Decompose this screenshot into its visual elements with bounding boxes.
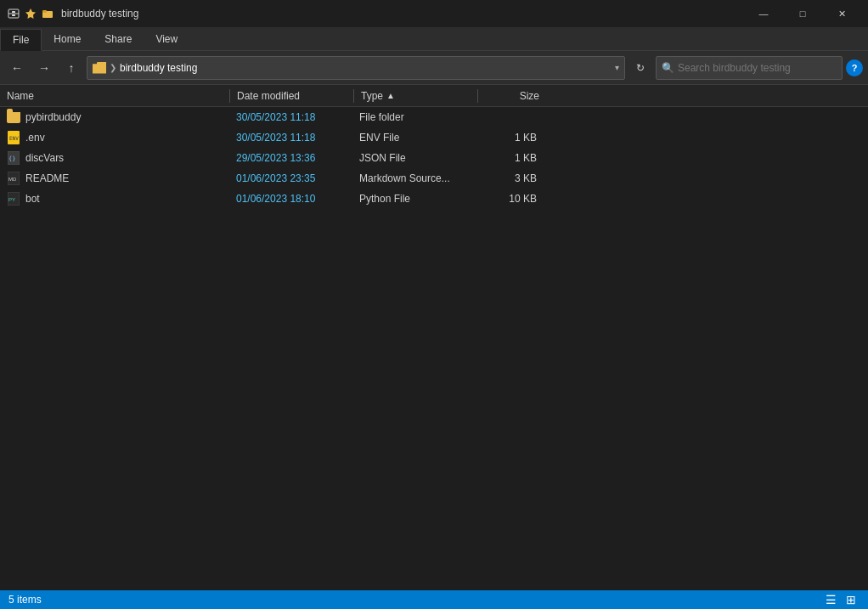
- large-icons-view-button[interactable]: ⊞: [843, 592, 860, 607]
- file-name-cell: {} discVars: [0, 148, 229, 168]
- help-button[interactable]: ?: [846, 59, 863, 76]
- file-type-cell: Python File: [352, 189, 476, 209]
- file-size-cell: 3 KB: [476, 168, 544, 189]
- table-row[interactable]: {} discVars 29/05/2023 13:36 JSON File 1…: [0, 148, 868, 168]
- ribbon: File Home Share View: [0, 27, 868, 51]
- tab-share[interactable]: Share: [93, 28, 144, 50]
- forward-button[interactable]: →: [32, 56, 56, 80]
- refresh-button[interactable]: ↻: [628, 56, 652, 80]
- table-row[interactable]: ENV .env 30/05/2023 11:18 ENV File 1 KB: [0, 127, 868, 148]
- file-name-text: .env: [25, 132, 45, 144]
- search-icon: 🔍: [662, 62, 674, 74]
- column-header-type[interactable]: Type ▲: [354, 85, 477, 106]
- title-bar-title: birdbuddy testing: [61, 8, 744, 20]
- details-view-button[interactable]: ☰: [822, 592, 839, 607]
- tab-view[interactable]: View: [144, 28, 189, 50]
- close-button[interactable]: ✕: [822, 0, 861, 27]
- status-bar: 5 items ☰ ⊞: [0, 590, 868, 609]
- file-type-cell: ENV File: [352, 127, 476, 148]
- file-type-cell: Markdown Source...: [352, 168, 476, 189]
- table-row[interactable]: pybirdbuddy 30/05/2023 11:18 File folder: [0, 107, 868, 127]
- column-header-size[interactable]: Size: [478, 85, 546, 106]
- view-toggle: ☰ ⊞: [822, 592, 860, 607]
- title-bar: birdbuddy testing — □ ✕: [0, 0, 868, 27]
- file-size-cell: [476, 107, 544, 127]
- minimize-button[interactable]: —: [744, 0, 783, 27]
- file-size-cell: 1 KB: [476, 127, 544, 148]
- file-date-cell: 01/06/2023 23:35: [229, 168, 352, 189]
- address-path[interactable]: ❯ birdbuddy testing ▾: [87, 56, 625, 80]
- type-sort-arrow: ▲: [386, 91, 395, 100]
- folder-icon: [41, 7, 54, 20]
- tab-home[interactable]: Home: [42, 28, 93, 50]
- svg-text:ENV: ENV: [9, 135, 19, 141]
- file-type-cell: File folder: [352, 107, 476, 127]
- quick-access-icon: [24, 7, 37, 20]
- json-file-icon: {}: [7, 151, 20, 165]
- search-input[interactable]: [678, 62, 837, 74]
- svg-text:MD: MD: [8, 177, 17, 182]
- file-name-text: pybirdbuddy: [25, 111, 81, 123]
- up-button[interactable]: ↑: [59, 56, 83, 80]
- file-name-cell: ENV .env: [0, 127, 229, 148]
- env-file-icon: ENV: [7, 131, 20, 144]
- file-date-cell: 30/05/2023 11:18: [229, 107, 352, 127]
- file-date-cell: 30/05/2023 11:18: [229, 127, 352, 148]
- file-date-cell: 29/05/2023 13:36: [229, 148, 352, 168]
- tab-file[interactable]: File: [0, 29, 42, 51]
- svg-rect-3: [12, 14, 15, 16]
- file-size-cell: 10 KB: [476, 189, 544, 209]
- md-file-icon: MD: [7, 172, 20, 185]
- svg-rect-2: [12, 11, 15, 13]
- svg-rect-6: [42, 10, 47, 13]
- search-box[interactable]: 🔍: [656, 56, 843, 80]
- status-item-count: 5 items: [8, 594, 42, 606]
- path-dropdown-arrow[interactable]: ▾: [615, 63, 619, 72]
- svg-text:PY: PY: [8, 197, 15, 202]
- file-name-cell: pybirdbuddy: [0, 107, 229, 127]
- file-list: pybirdbuddy 30/05/2023 11:18 File folder…: [0, 107, 868, 590]
- path-separator: ❯: [110, 63, 116, 72]
- table-row[interactable]: MD README 01/06/2023 23:35 Markdown Sour…: [0, 168, 868, 189]
- file-name-text: discVars: [25, 152, 64, 164]
- ribbon-tabs: File Home Share View: [0, 27, 868, 51]
- maximize-button[interactable]: □: [783, 0, 822, 27]
- folder-file-icon: [7, 112, 20, 123]
- svg-text:{}: {}: [8, 155, 15, 162]
- file-name-cell: PY bot: [0, 189, 229, 209]
- file-size-cell: 1 KB: [476, 148, 544, 168]
- path-text: birdbuddy testing: [120, 62, 197, 74]
- back-button[interactable]: ←: [5, 56, 29, 80]
- file-cabinet-icon: [7, 7, 20, 20]
- window-controls: — □ ✕: [744, 0, 861, 27]
- column-header-name[interactable]: Name: [0, 85, 229, 106]
- title-bar-icons: [7, 7, 54, 20]
- path-folder-icon: [93, 62, 106, 74]
- file-area: Name Date modified Type ▲ Size pybirdbud…: [0, 85, 868, 590]
- svg-marker-4: [25, 8, 36, 19]
- file-date-cell: 01/06/2023 18:10: [229, 189, 352, 209]
- column-header-date[interactable]: Date modified: [230, 85, 353, 106]
- file-name-text: README: [25, 172, 69, 184]
- address-bar: ← → ↑ ❯ birdbuddy testing ▾ ↻ 🔍 ?: [0, 51, 868, 85]
- column-headers: Name Date modified Type ▲ Size: [0, 85, 868, 107]
- file-type-cell: JSON File: [352, 148, 476, 168]
- table-row[interactable]: PY bot 01/06/2023 18:10 Python File 10 K…: [0, 189, 868, 209]
- file-name-text: bot: [25, 193, 40, 205]
- file-name-cell: MD README: [0, 168, 229, 189]
- py-file-icon: PY: [7, 192, 20, 206]
